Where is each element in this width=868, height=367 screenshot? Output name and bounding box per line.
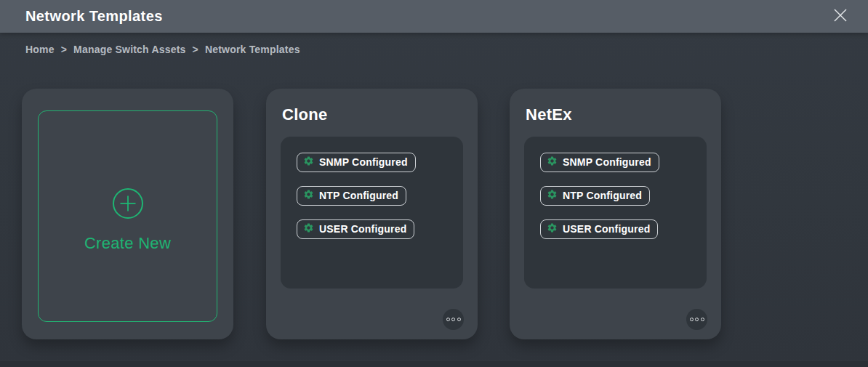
badge-label: NTP Configured bbox=[563, 190, 642, 201]
badge-user-configured: USER Configured bbox=[540, 219, 658, 239]
template-config-panel: SNMP Configured NTP Configured USER Conf… bbox=[281, 137, 463, 289]
badge-label: USER Configured bbox=[319, 223, 406, 235]
dialog-bottom-edge bbox=[0, 361, 868, 367]
badge-label: USER Configured bbox=[563, 223, 650, 235]
template-title: Clone bbox=[282, 105, 328, 124]
template-card-netex: NetEx SNMP Configured NTP Configured USE… bbox=[510, 89, 721, 339]
ellipsis-icon bbox=[446, 318, 461, 321]
plus-circle-icon bbox=[111, 187, 145, 223]
badge-snmp-configured: SNMP Configured bbox=[297, 153, 416, 172]
badge-label: NTP Configured bbox=[319, 190, 398, 201]
close-icon bbox=[832, 7, 849, 26]
badge-user-configured: USER Configured bbox=[297, 219, 414, 239]
create-new-card[interactable]: Create New bbox=[22, 89, 233, 339]
gear-icon bbox=[547, 156, 558, 169]
badge-ntp-configured: NTP Configured bbox=[297, 186, 406, 206]
card-menu-button[interactable] bbox=[686, 309, 707, 330]
breadcrumb-item-home[interactable]: Home bbox=[25, 44, 55, 55]
badge-label: SNMP Configured bbox=[563, 156, 651, 168]
breadcrumb-separator: > bbox=[193, 44, 198, 55]
breadcrumb-item-network-templates: Network Templates bbox=[205, 44, 300, 55]
badge-label: SNMP Configured bbox=[319, 156, 408, 168]
create-new-area[interactable]: Create New bbox=[38, 110, 217, 322]
breadcrumb-item-manage-switch-assets[interactable]: Manage Switch Assets bbox=[73, 44, 185, 55]
gear-icon bbox=[303, 222, 314, 235]
template-card-clone: Clone SNMP Configured NTP Configured USE… bbox=[266, 89, 478, 339]
gear-icon bbox=[547, 222, 558, 235]
breadcrumb-separator: > bbox=[61, 44, 67, 55]
template-config-panel: SNMP Configured NTP Configured USER Conf… bbox=[524, 137, 707, 289]
gear-icon bbox=[303, 156, 314, 169]
badge-snmp-configured: SNMP Configured bbox=[540, 153, 659, 172]
close-button[interactable] bbox=[830, 7, 851, 27]
card-menu-button[interactable] bbox=[443, 309, 464, 330]
ellipsis-icon bbox=[690, 318, 704, 321]
network-templates-dialog: Network Templates Home > Manage Switch A… bbox=[0, 0, 868, 367]
create-new-label: Create New bbox=[84, 234, 171, 253]
badge-ntp-configured: NTP Configured bbox=[540, 186, 650, 206]
page-title: Network Templates bbox=[25, 8, 163, 25]
template-title: NetEx bbox=[526, 105, 572, 124]
breadcrumb: Home > Manage Switch Assets > Network Te… bbox=[25, 44, 300, 55]
gear-icon bbox=[547, 189, 558, 202]
gear-icon bbox=[303, 189, 314, 202]
dialog-header: Network Templates bbox=[0, 0, 868, 33]
